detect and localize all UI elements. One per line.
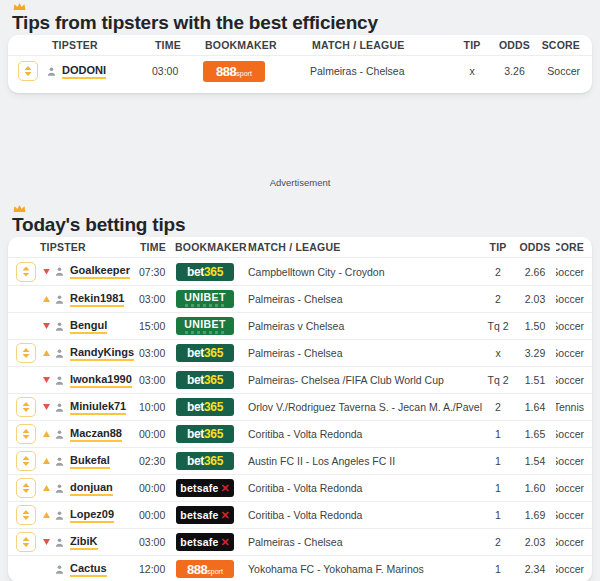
- trend-icon: [43, 485, 50, 491]
- match-cell: Orlov V./Rodriguez Taverna S. - Jecan M.…: [248, 401, 482, 413]
- time-cell: 03:00: [152, 65, 203, 77]
- trend-icon: [43, 350, 50, 356]
- bookmaker-logo[interactable]: UNIBET: [176, 317, 234, 335]
- match-cell: Palmeiras - Chelsea: [248, 536, 482, 548]
- odds-cell: 3.29: [514, 347, 556, 359]
- bookmaker-logo[interactable]: 888sport: [203, 61, 265, 82]
- caret-up-icon: [23, 483, 30, 487]
- tipster-link[interactable]: Miniulek71: [70, 400, 126, 415]
- tipster-link[interactable]: DODONI: [62, 64, 106, 79]
- tip-cell: 2: [482, 266, 514, 278]
- bookmaker-logo[interactable]: betsafe✕: [176, 506, 234, 524]
- caret-up-icon: [23, 429, 30, 433]
- caret-up-icon: [23, 348, 30, 352]
- odds-cell: 3.26: [492, 65, 537, 77]
- trend-icon: [43, 458, 50, 464]
- odds-cell: 2.03: [514, 536, 556, 548]
- bookmaker-logo-main: bet: [187, 428, 204, 440]
- tip-row: donjuan 00:00 betsafe✕ Coritiba - Volta …: [8, 474, 592, 501]
- vote-toggle[interactable]: [16, 505, 36, 525]
- caret-up-icon: [23, 510, 30, 514]
- bookmaker-logo[interactable]: UNIBET: [176, 290, 234, 308]
- match-cell: Palmeiras - Chelsea: [248, 347, 482, 359]
- tip-row: ZibiK 03:00 betsafe✕ Palmeiras - Chelsea…: [8, 528, 592, 555]
- advertisement-label: Advertisement: [0, 177, 600, 188]
- user-icon: [54, 537, 65, 548]
- vote-toggle[interactable]: [16, 451, 36, 471]
- header-odds: ODDS: [514, 241, 556, 253]
- tipster-link[interactable]: Iwonka1990: [70, 373, 132, 388]
- bookmaker-logo-main: bet: [187, 455, 204, 467]
- caret-down-icon: [23, 543, 30, 547]
- caret-up-icon: [23, 537, 30, 541]
- trend-icon: [43, 296, 50, 302]
- bookmaker-logo[interactable]: bet365: [176, 425, 234, 443]
- odds-cell: 1.64: [514, 401, 556, 413]
- odds-cell: 2.34: [514, 563, 556, 575]
- tipster-link[interactable]: Cactus: [70, 562, 107, 577]
- caret-down-icon: [23, 408, 30, 412]
- caret-up-icon: [23, 456, 30, 460]
- caret-down-icon: [23, 435, 30, 439]
- bookmaker-logo[interactable]: 888sport: [176, 560, 234, 578]
- vote-toggle[interactable]: [18, 61, 38, 81]
- score-cell: Soccer: [556, 509, 592, 521]
- bookmaker-logo-main: betsafe: [180, 483, 218, 494]
- header-row: TIPSTER TIME BOOKMAKER MATCH / LEAGUE TI…: [8, 35, 592, 56]
- user-icon: [54, 564, 65, 575]
- tipster-link[interactable]: Maczan88: [70, 427, 122, 442]
- tipster-link[interactable]: Bukefal: [70, 454, 110, 469]
- header-tip: TIP: [452, 39, 492, 51]
- vote-toggle[interactable]: [16, 478, 36, 498]
- tip-cell: x: [452, 65, 492, 77]
- header-tipster: TIPSTER: [8, 39, 152, 51]
- bookmaker-logo[interactable]: bet365: [176, 452, 234, 470]
- caret-down-icon: [25, 72, 32, 76]
- tipster-link[interactable]: Bengul: [70, 319, 107, 334]
- caret-up-icon: [23, 402, 30, 406]
- user-icon: [54, 510, 65, 521]
- user-icon: [46, 66, 57, 77]
- bookmaker-logo[interactable]: betsafe✕: [176, 533, 234, 551]
- time-cell: 02:30: [139, 455, 172, 467]
- bookmaker-logo[interactable]: bet365: [176, 263, 234, 281]
- odds-cell: 1.69: [514, 509, 556, 521]
- tipster-link[interactable]: Goalkeeper: [70, 264, 130, 279]
- odds-cell: 2.66: [514, 266, 556, 278]
- vote-toggle[interactable]: [16, 397, 36, 417]
- score-cell: Soccer: [556, 293, 592, 305]
- tip-cell: 1: [482, 563, 514, 575]
- tipster-link[interactable]: RandyKings: [70, 346, 134, 361]
- bookmaker-logo[interactable]: bet365: [176, 398, 234, 416]
- vote-toggle[interactable]: [16, 343, 36, 363]
- tipster-link[interactable]: ZibiK: [70, 535, 98, 550]
- user-icon: [54, 483, 65, 494]
- bookmaker-logo-sub: sport: [236, 70, 252, 77]
- bookmaker-logo[interactable]: bet365: [176, 344, 234, 362]
- tipster-link[interactable]: Lopez09: [70, 508, 114, 523]
- tip-cell: 2: [482, 293, 514, 305]
- match-cell: Coritiba - Volta Redonda: [248, 428, 482, 440]
- bookmaker-logo[interactable]: betsafe✕: [176, 479, 234, 497]
- bookmaker-logo[interactable]: bet365: [176, 371, 234, 389]
- trend-icon: [43, 566, 50, 572]
- top-section-header: Tips from tipsters with the best efficie…: [12, 2, 600, 33]
- vote-toggle[interactable]: [16, 532, 36, 552]
- time-cell: 07:30: [139, 266, 172, 278]
- vote-toggle[interactable]: [16, 424, 36, 444]
- header-time: TIME: [152, 39, 203, 51]
- user-icon: [54, 402, 65, 413]
- tip-cell: x: [482, 347, 514, 359]
- tip-row: RandyKings 03:00 bet365 Palmeiras - Chel…: [8, 339, 592, 366]
- time-cell: 03:00: [139, 293, 172, 305]
- time-cell: 03:00: [139, 347, 172, 359]
- trend-icon: [43, 269, 50, 275]
- tip-cell: 1: [482, 428, 514, 440]
- tip-row: Maczan88 00:00 bet365 Coritiba - Volta R…: [8, 420, 592, 447]
- vote-toggle[interactable]: [16, 262, 36, 282]
- tipster-link[interactable]: Rekin1981: [70, 292, 124, 307]
- bookmaker-logo-sub: ✕: [220, 510, 229, 521]
- tipster-link[interactable]: donjuan: [70, 481, 113, 496]
- odds-cell: 1.54: [514, 455, 556, 467]
- tip-row: Rekin1981 03:00 UNIBET Palmeiras - Chels…: [8, 285, 592, 312]
